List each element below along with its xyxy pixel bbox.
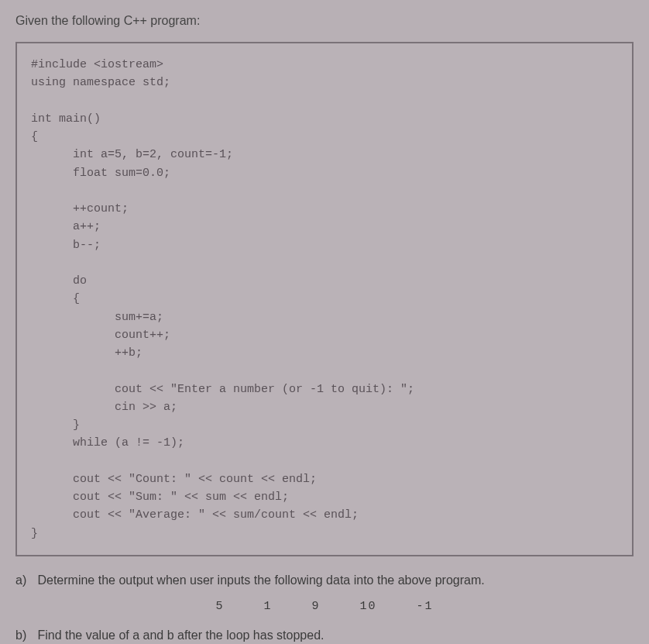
part-b-label: b) <box>15 629 34 642</box>
input-value: 10 <box>360 600 377 613</box>
input-value: 9 <box>311 600 320 613</box>
part-a: a) Determine the output when user inputs… <box>15 573 634 587</box>
code-content: #include <iostream> using namespace std;… <box>31 56 618 542</box>
part-b: b) Find the value of a and b after the l… <box>15 629 634 642</box>
input-data-row: 5 1 9 10 -1 <box>15 600 634 613</box>
input-value: 5 <box>215 600 224 613</box>
question-intro: Given the following C++ program: <box>15 14 634 28</box>
input-value: 1 <box>263 600 272 613</box>
part-a-text: Determine the output when user inputs th… <box>37 573 484 587</box>
part-b-text: Find the value of a and b after the loop… <box>37 629 324 642</box>
input-value: -1 <box>417 600 434 613</box>
code-box: #include <iostream> using namespace std;… <box>15 42 634 556</box>
part-a-label: a) <box>15 573 34 587</box>
